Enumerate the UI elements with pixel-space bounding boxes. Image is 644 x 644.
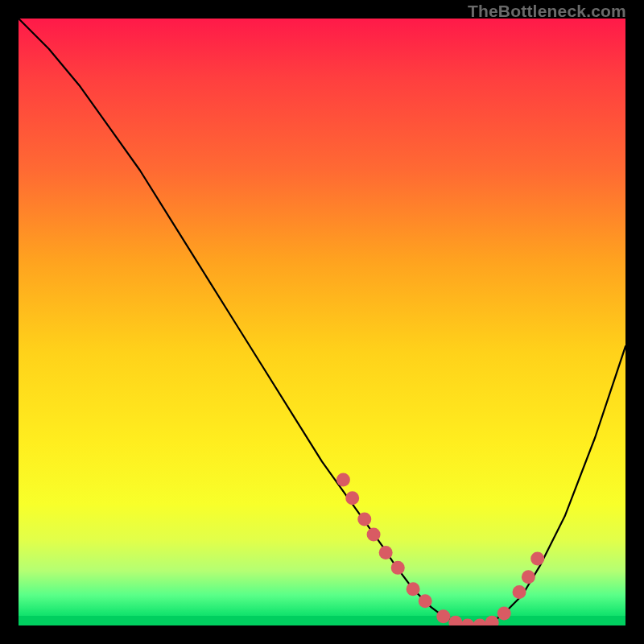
svg-point-4 (379, 546, 393, 559)
svg-point-1 (345, 491, 359, 505)
svg-point-2 (357, 513, 371, 526)
svg-point-16 (530, 552, 544, 566)
svg-point-12 (485, 616, 499, 625)
curve-layer (19, 19, 625, 625)
plot-area (19, 19, 625, 625)
svg-point-13 (497, 606, 511, 620)
svg-point-5 (391, 561, 405, 575)
highlight-markers (336, 473, 544, 625)
svg-point-0 (336, 473, 350, 487)
svg-point-8 (436, 609, 450, 623)
svg-point-6 (407, 582, 420, 596)
svg-point-3 (367, 527, 381, 541)
svg-point-10 (460, 619, 474, 626)
svg-point-11 (473, 619, 487, 626)
svg-point-15 (522, 570, 535, 584)
branding-watermark: TheBottleneck.com (468, 2, 626, 21)
svg-point-14 (513, 585, 526, 599)
bottleneck-curve (19, 19, 625, 625)
svg-point-7 (419, 594, 432, 608)
svg-point-9 (448, 616, 462, 625)
chart-frame: TheBottleneck.com (0, 0, 644, 644)
